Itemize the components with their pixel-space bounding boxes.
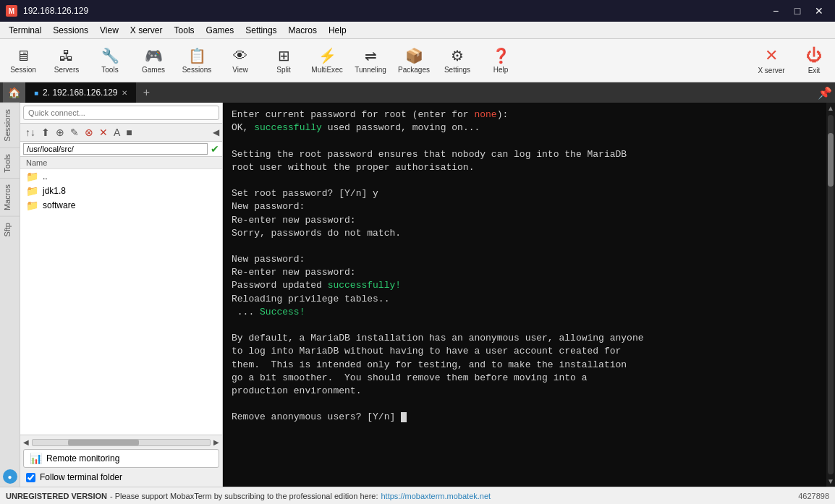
menu-sessions[interactable]: Sessions <box>47 24 94 37</box>
toolbar-packages[interactable]: 📦 Packages <box>394 42 434 80</box>
toolbar: 🖥 Session 🖧 Servers 🔧 Tools 🎮 Games 📋 Se… <box>0 39 835 82</box>
terminal-wrapper: Enter current password for root (enter f… <box>223 103 835 487</box>
menu-settings[interactable]: Settings <box>240 24 282 37</box>
file-btn-new[interactable]: ⊕ <box>54 125 67 140</box>
session-tab[interactable]: ■ 2. 192.168.126.129 ✕ <box>25 82 136 103</box>
toolbar-session[interactable]: 🖥 Session <box>3 42 43 80</box>
folder-up-icon: 📁 <box>26 171 38 182</box>
toolbar-tunneling[interactable]: ⇌ Tunneling <box>350 42 391 80</box>
toolbar-settings[interactable]: ⚙ Settings <box>437 42 478 80</box>
toolbar-view[interactable]: 👁 View <box>220 42 260 80</box>
close-button[interactable]: ✕ <box>809 4 829 18</box>
xserver-label: X server <box>758 67 784 74</box>
menu-view[interactable]: View <box>94 24 124 37</box>
path-confirm-icon[interactable]: ✔ <box>211 143 219 155</box>
term-line-15: Reloading privilege tables.. <box>232 293 818 306</box>
file-btn-rename[interactable]: A <box>111 125 122 140</box>
file-btn-up[interactable]: ⬆ <box>39 125 52 140</box>
toolbar-multiexec-label: MultiExec <box>311 66 342 74</box>
tab-close-icon[interactable]: ✕ <box>122 89 127 97</box>
path-bar: ✔ <box>20 142 222 157</box>
minimize-button[interactable]: − <box>766 4 786 18</box>
scroll-up-icon[interactable]: ▲ <box>826 103 835 114</box>
file-item-software[interactable]: 📁 software <box>20 198 222 213</box>
follow-folder-checkbox[interactable] <box>26 473 35 482</box>
tab-bar-right: 📌 <box>818 82 835 103</box>
folder-jdk-icon: 📁 <box>26 185 38 197</box>
unregistered-label: UNREGISTERED VERSION <box>6 492 107 500</box>
toolbar-split[interactable]: ⊞ Split <box>263 42 304 80</box>
mobatek-link[interactable]: https://mobaxterm.mobatek.net <box>381 492 491 500</box>
status-message: - Please support MobaxTerm by subscribin… <box>110 492 378 500</box>
exit-label: Exit <box>808 67 821 74</box>
file-btn-delete[interactable]: ⊗ <box>82 125 96 140</box>
file-list-header: Name <box>20 157 222 169</box>
remote-monitoring-button[interactable]: 📊 Remote monitoring <box>23 449 219 468</box>
split-icon: ⊞ <box>278 47 290 64</box>
menu-help[interactable]: Help <box>323 24 352 37</box>
menu-games[interactable]: Games <box>200 24 240 37</box>
term-line-blank2 <box>232 174 818 187</box>
toolbar-help[interactable]: ❓ Help <box>480 42 521 80</box>
side-dot-indicator[interactable]: ● <box>3 469 17 484</box>
side-tab-tools[interactable]: Tools <box>0 148 20 179</box>
sidebar: ↑↓ ⬆ ⊕ ✎ ⊗ ✕ A ■ ◀ ✔ Name 📁 .. 📁 <box>20 103 223 487</box>
term-success-14: successfully! <box>328 280 401 291</box>
scroll-left-icon[interactable]: ◀ <box>23 438 29 446</box>
xserver-icon: ✕ <box>765 46 778 65</box>
toolbar-tools[interactable]: 🔧 Tools <box>90 42 130 80</box>
toolbar-xserver[interactable]: ✕ X server <box>750 42 793 80</box>
home-tab[interactable]: 🏠 <box>3 82 25 103</box>
file-btn-edit[interactable]: ✎ <box>68 125 81 140</box>
path-input[interactable] <box>23 143 208 155</box>
term-line-13: Re-enter new password: <box>232 266 818 279</box>
menu-macros[interactable]: Macros <box>283 24 323 37</box>
toolbar-packages-label: Packages <box>398 66 430 74</box>
side-tab-sftp[interactable]: Sftp <box>0 216 20 243</box>
app-icon: M <box>6 5 17 17</box>
file-item-parent-label: .. <box>43 171 48 181</box>
file-btn-close[interactable]: ✕ <box>97 125 110 140</box>
scroll-down-icon[interactable]: ▼ <box>826 476 835 487</box>
file-item-jdk[interactable]: 📁 jdk1.8 <box>20 184 222 198</box>
toolbar-multiexec[interactable]: ⚡ MultiExec <box>307 42 347 80</box>
horizontal-scrollbar[interactable]: ◀ ▶ <box>23 438 219 446</box>
collapse-button[interactable]: ◀ <box>213 127 219 137</box>
menu-bar: Terminal Sessions View X server Tools Ga… <box>0 22 835 39</box>
new-tab-button[interactable]: + <box>136 82 156 103</box>
term-line-16: ... Success! <box>232 306 818 319</box>
sessions-icon: 📋 <box>188 47 206 64</box>
file-btn-select[interactable]: ■ <box>124 125 134 140</box>
scrollbar-thumb-v[interactable] <box>828 133 834 187</box>
toolbar-help-label: Help <box>493 66 509 74</box>
pin-icon[interactable]: 📌 <box>818 86 832 100</box>
menu-tools[interactable]: Tools <box>169 24 200 37</box>
terminal-scrollbar: ▲ ▼ <box>826 103 835 487</box>
scrollbar-track[interactable] <box>32 439 211 446</box>
menu-xserver[interactable]: X server <box>124 24 169 37</box>
scroll-right-icon[interactable]: ▶ <box>213 438 219 446</box>
toolbar-exit[interactable]: ⏻ Exit <box>796 42 832 80</box>
toolbar-sessions[interactable]: 📋 Sessions <box>177 42 217 80</box>
term-line-5: root user without the proper authorisati… <box>232 161 818 174</box>
toolbar-split-label: Split <box>276 66 290 74</box>
side-tab-sessions[interactable]: Sessions <box>0 103 20 148</box>
file-btn-sort[interactable]: ↑↓ <box>23 125 38 140</box>
quick-connect-input[interactable] <box>23 106 219 120</box>
exit-icon: ⏻ <box>806 46 822 65</box>
toolbar-games[interactable]: 🎮 Games <box>133 42 174 80</box>
term-line-4: Setting the root password ensures that n… <box>232 148 818 161</box>
file-item-parent[interactable]: 📁 .. <box>20 169 222 184</box>
tunneling-icon: ⇌ <box>365 47 377 64</box>
window-controls: − □ ✕ <box>766 4 829 18</box>
sidebar-bottom: ◀ ▶ 📊 Remote monitoring Follow terminal … <box>20 435 222 487</box>
menu-terminal[interactable]: Terminal <box>3 24 47 37</box>
scrollbar-track-v[interactable] <box>828 115 834 474</box>
side-tab-macros[interactable]: Macros <box>0 178 20 216</box>
terminal[interactable]: Enter current password for root (enter f… <box>223 103 826 487</box>
toolbar-servers[interactable]: 🖧 Servers <box>46 42 87 80</box>
file-list: 📁 .. 📁 jdk1.8 📁 software <box>20 169 222 435</box>
scrollbar-thumb[interactable] <box>68 440 139 445</box>
maximize-button[interactable]: □ <box>787 4 808 18</box>
tab-label: 2. 192.168.126.129 <box>43 87 117 98</box>
